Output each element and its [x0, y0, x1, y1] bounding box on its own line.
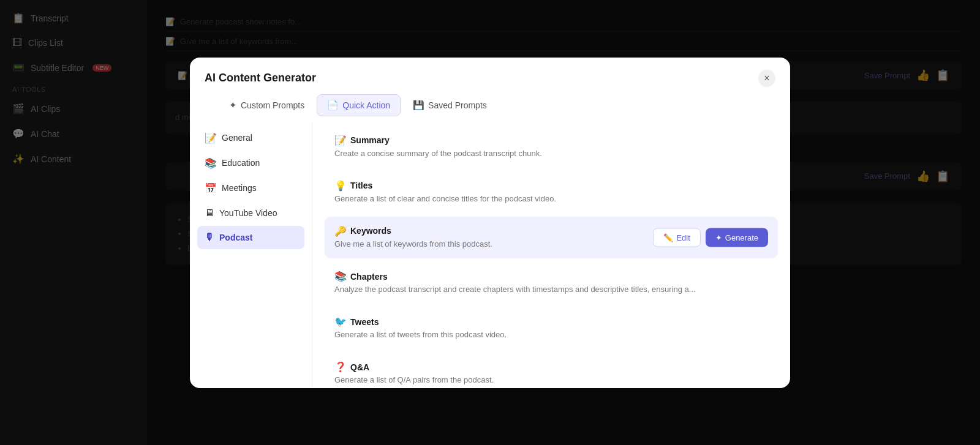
- qa-emoji: ❓: [334, 361, 347, 373]
- prompt-keywords[interactable]: 🔑 Keywords Give me a list of keywords fr…: [325, 217, 778, 258]
- education-emoji: 📚: [205, 157, 217, 169]
- generate-button[interactable]: ✦ Generate: [706, 228, 768, 247]
- prompt-titles[interactable]: 💡 Titles Generate a list of clear and co…: [325, 171, 778, 213]
- modal-categories-panel: 📝 General 📚 Education 📅 Meetings 🖥 YouTu…: [190, 121, 312, 388]
- general-emoji: 📝: [205, 132, 217, 144]
- prompt-keywords-actions: ✏️ Edit ✦ Generate: [653, 228, 768, 247]
- keywords-emoji: 🔑: [334, 225, 347, 237]
- edit-button[interactable]: ✏️ Edit: [653, 228, 700, 247]
- ai-content-generator-modal: AI Content Generator × ✦ Custom Prompts …: [190, 58, 790, 388]
- chapters-emoji: 📚: [334, 271, 347, 282]
- prompt-qa[interactable]: ❓ Q&A Generate a list of Q/A pairs from …: [325, 353, 778, 387]
- saved-prompts-tab-icon: 💾: [413, 100, 424, 111]
- meetings-emoji: 📅: [205, 182, 217, 194]
- tab-custom-prompts[interactable]: ✦ Custom Prompts: [219, 94, 314, 116]
- tab-saved-prompts[interactable]: 💾 Saved Prompts: [403, 94, 497, 116]
- prompt-tweets[interactable]: 🐦 Tweets Generate a list of tweets from …: [325, 307, 778, 349]
- tab-quick-action[interactable]: 📄 Quick Action: [317, 94, 401, 116]
- tabs-row: ✦ Custom Prompts 📄 Quick Action 💾 Saved …: [205, 94, 775, 121]
- prompt-summary[interactable]: 📝 Summary Create a concise summary of th…: [325, 126, 778, 168]
- category-general[interactable]: 📝 General: [197, 126, 304, 150]
- modal-tabs-section: ✦ Custom Prompts 📄 Quick Action 💾 Saved …: [190, 94, 790, 121]
- summary-emoji: 📝: [334, 135, 347, 146]
- generate-icon: ✦: [715, 233, 722, 242]
- tweets-emoji: 🐦: [334, 316, 347, 327]
- modal-prompts-panel: 📝 Summary Create a concise summary of th…: [312, 121, 790, 388]
- prompt-chapters[interactable]: 📚 Chapters Analyze the podcast transcrip…: [325, 262, 778, 304]
- category-meetings[interactable]: 📅 Meetings: [197, 176, 304, 200]
- custom-prompts-tab-icon: ✦: [229, 100, 237, 111]
- category-youtube-video[interactable]: 🖥 YouTube Video: [197, 201, 304, 225]
- category-education[interactable]: 📚 Education: [197, 151, 304, 175]
- category-podcast[interactable]: 🎙 Podcast: [197, 226, 304, 249]
- podcast-emoji: 🎙: [205, 232, 214, 243]
- modal-close-button[interactable]: ×: [758, 70, 775, 87]
- youtube-emoji: 🖥: [205, 208, 214, 219]
- modal-body: 📝 General 📚 Education 📅 Meetings 🖥 YouTu…: [190, 121, 790, 388]
- edit-icon: ✏️: [663, 233, 673, 242]
- titles-emoji: 💡: [334, 180, 347, 192]
- modal-header: AI Content Generator ×: [190, 58, 790, 94]
- quick-action-tab-icon: 📄: [327, 100, 339, 111]
- modal-title: AI Content Generator: [205, 72, 316, 84]
